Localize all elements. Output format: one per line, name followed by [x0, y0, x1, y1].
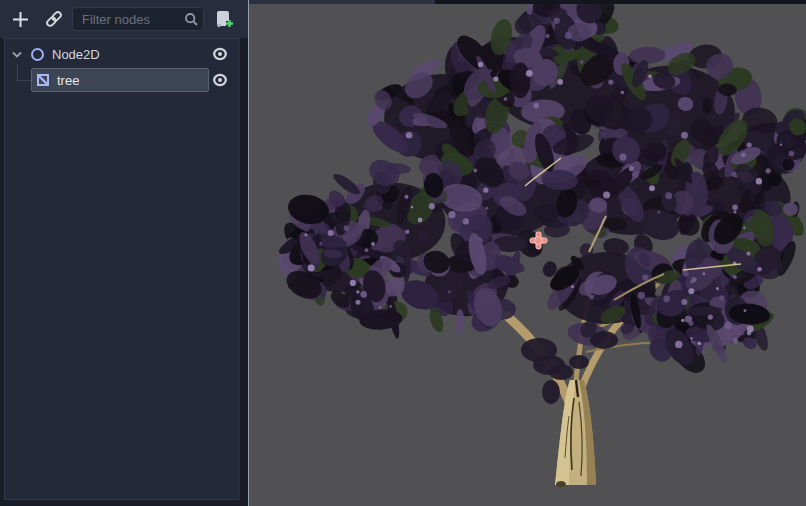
scene-dock-toolbar	[0, 0, 248, 38]
visibility-icon	[212, 73, 228, 87]
node2d-icon	[31, 48, 44, 61]
attach-script-button[interactable]	[211, 7, 235, 31]
visibility-toggle-tree[interactable]	[211, 72, 229, 88]
visibility-toggle-node2d[interactable]	[211, 46, 229, 62]
tree-relationship-line	[17, 80, 31, 81]
tree-row-node2d[interactable]: Node2D	[7, 43, 237, 65]
script-plus-icon	[213, 9, 234, 30]
node-label: tree	[57, 73, 79, 88]
scene-tree-panel: Node2D tree	[4, 38, 240, 500]
node-label: Node2D	[52, 47, 100, 62]
tree-trunk	[555, 380, 596, 487]
plus-icon	[11, 10, 30, 29]
viewport-top-strip-right	[435, 0, 806, 4]
instance-scene-button[interactable]	[42, 7, 66, 31]
viewport-top-strip-left	[249, 0, 435, 4]
chain-link-icon	[44, 9, 64, 29]
visibility-icon	[212, 47, 228, 61]
add-node-button[interactable]	[8, 7, 32, 31]
tree-relationship-line	[17, 64, 18, 80]
tree-sprite[interactable]	[249, 0, 806, 506]
viewport-2d-canvas[interactable]	[249, 0, 806, 506]
expand-chevron-icon[interactable]	[10, 51, 24, 58]
tree-foliage	[276, 0, 806, 379]
scene-dock: Node2D tree	[0, 0, 248, 506]
sprite-icon	[36, 73, 50, 87]
tree-row-tree-selected[interactable]: tree	[31, 68, 209, 92]
filter-nodes-field	[72, 7, 204, 31]
search-icon	[184, 12, 199, 27]
filter-nodes-input[interactable]	[80, 11, 184, 28]
